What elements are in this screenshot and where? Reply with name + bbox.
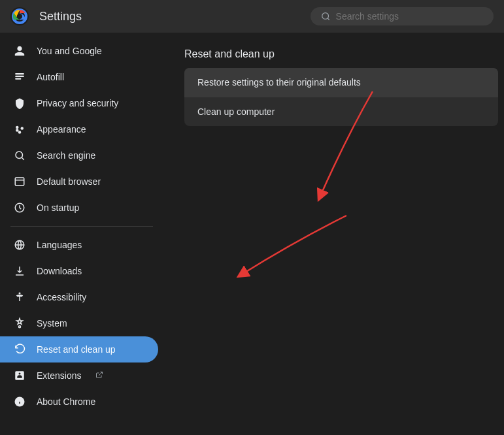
sidebar-label: You and Google [37,46,102,56]
app-body: You and Google Autofill Privacy and secu… [0,33,504,435]
chrome-logo-icon [10,7,29,25]
svg-line-20 [99,372,103,376]
page-title: Settings [39,10,82,24]
search-engine-icon [13,149,26,162]
sidebar-item-accessibility[interactable]: Accessibility [0,284,158,310]
appearance-icon [13,123,26,136]
sidebar-item-downloads[interactable]: Downloads [0,258,158,284]
sidebar-item-languages[interactable]: Languages [0,232,158,258]
menu-item-label: Clean up computer [197,106,275,117]
sidebar-item-privacy-security[interactable]: Privacy and security [0,90,158,116]
about-icon [13,395,26,408]
search-input[interactable] [336,11,483,22]
svg-rect-7 [15,78,21,80]
download-icon [13,265,26,278]
sidebar-item-search-engine[interactable]: Search engine [0,142,158,169]
sidebar-item-autofill[interactable]: Autofill [0,64,158,90]
sidebar-item-appearance[interactable]: Appearance [0,116,158,142]
sidebar: You and Google Autofill Privacy and secu… [0,33,163,435]
section-title: Reset and clean up [184,48,483,60]
sidebar-label: Extensions [37,370,81,381]
search-icon [321,11,331,22]
system-icon [13,317,26,330]
sidebar-item-about-chrome[interactable]: About Chrome [0,389,158,415]
svg-rect-6 [15,76,24,77]
svg-point-11 [16,126,19,129]
sidebar-label: Search engine [37,150,95,161]
svg-point-8 [16,129,19,132]
sidebar-item-you-and-google[interactable]: You and Google [0,38,158,64]
sidebar-item-extensions[interactable]: Extensions [0,362,158,389]
svg-line-13 [22,157,24,159]
globe-icon [13,238,26,251]
svg-point-9 [21,127,24,130]
sidebar-label: Autofill [37,72,64,82]
menu-panel: Restore settings to their original defau… [184,68,498,126]
sidebar-item-default-browser[interactable]: Default browser [0,169,158,195]
svg-point-18 [19,293,21,295]
person-icon [13,44,26,57]
accessibility-icon [13,291,26,304]
sidebar-label: About Chrome [37,396,95,407]
menu-item-restore-defaults[interactable]: Restore settings to their original defau… [184,68,498,97]
sidebar-divider [10,226,153,227]
sidebar-label: Reset and clean up [37,344,116,355]
autofill-icon [13,71,26,84]
external-link-icon [95,371,103,381]
sidebar-label: Downloads [37,266,82,276]
menu-item-label: Restore settings to their original defau… [197,77,361,88]
svg-point-19 [19,326,21,328]
reset-icon [13,343,26,356]
svg-point-2 [17,14,22,19]
sidebar-label: Privacy and security [37,98,118,108]
svg-point-12 [16,152,23,159]
shield-icon [13,97,26,110]
search-box[interactable] [311,7,494,25]
app-header: Settings [0,0,504,33]
svg-point-10 [18,131,22,134]
sidebar-label: Languages [37,240,82,250]
sidebar-label: On startup [37,202,79,213]
startup-icon [13,201,26,214]
arrow-2 [229,209,360,287]
sidebar-label: System [37,318,67,329]
browser-icon [13,175,26,188]
sidebar-item-system[interactable]: System [0,310,158,336]
svg-line-4 [328,18,329,20]
sidebar-label: Default browser [37,176,101,187]
sidebar-label: Accessibility [37,292,86,302]
sidebar-item-reset-cleanup[interactable]: Reset and clean up [0,336,158,362]
svg-rect-14 [15,178,24,185]
main-content: Reset and clean up Restore settings to t… [163,33,504,435]
svg-rect-5 [15,73,24,74]
svg-point-3 [322,13,329,20]
extensions-icon [13,369,26,382]
menu-item-clean-up-computer[interactable]: Clean up computer [184,97,498,126]
sidebar-label: Appearance [37,124,86,135]
sidebar-item-on-startup[interactable]: On startup [0,195,158,221]
